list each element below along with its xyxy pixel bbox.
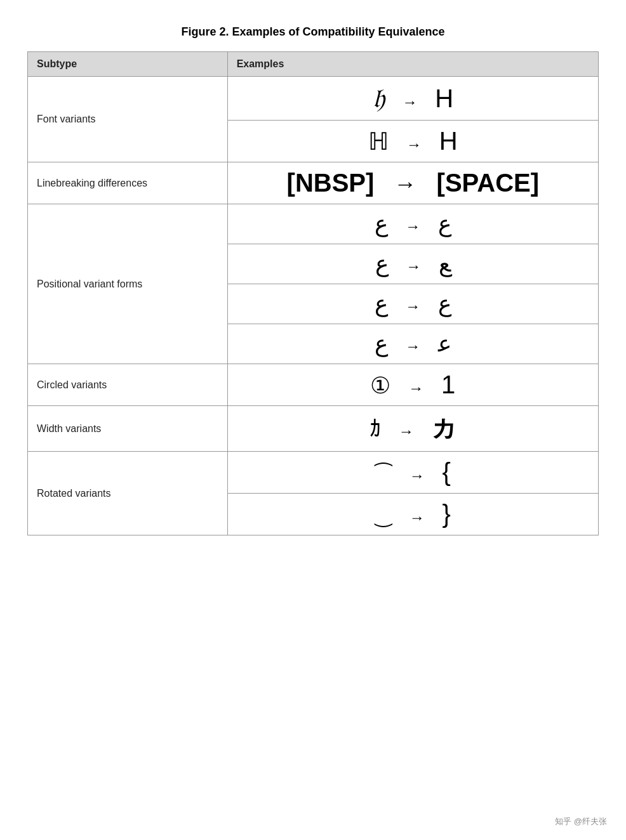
- header-examples: Examples: [227, 52, 598, 77]
- from-char: ع: [438, 211, 451, 237]
- table-row: Positional variant forms ع → ع: [28, 204, 599, 244]
- from-char: ｶ: [370, 416, 381, 442]
- from-char: ﻊ: [439, 251, 451, 277]
- from-char: ﻋ: [438, 331, 451, 357]
- table-row: Font variants 𝔥 → H: [28, 77, 599, 121]
- figure-title: Figure 2. Examples of Compatibility Equi…: [27, 25, 599, 39]
- to-char: ع: [375, 291, 388, 317]
- arrow-icon: →: [402, 93, 417, 110]
- to-char: }: [442, 500, 450, 528]
- table-header-row: Subtype Examples: [28, 52, 599, 77]
- arrow-icon: →: [408, 379, 423, 397]
- compatibility-table: Subtype Examples Font variants 𝔥 → H ℍ →…: [27, 51, 599, 535]
- example-positional-1: ع → ع: [227, 204, 598, 244]
- from-char: ‿: [375, 504, 392, 527]
- arrow-icon: →: [394, 171, 416, 197]
- from-char: ℍ: [368, 128, 389, 155]
- arrow-icon: →: [410, 467, 425, 484]
- example-positional-2: ﻊ → ع: [227, 244, 598, 284]
- example-circled: ① → 1: [227, 364, 598, 406]
- from-char: [NBSP]: [287, 169, 375, 197]
- subtype-positional: Positional variant forms: [28, 204, 228, 364]
- example-font-fraktur: 𝔥 → H: [227, 77, 598, 121]
- example-rotated-1: ⁀ → {: [227, 452, 598, 494]
- from-char: ⁀: [375, 463, 392, 485]
- to-char: H: [435, 84, 453, 112]
- subtype-rotated: Rotated variants: [28, 452, 228, 535]
- arrow-icon: →: [406, 136, 422, 153]
- example-width: ｶ → カ: [227, 406, 598, 452]
- subtype-width: Width variants: [28, 406, 228, 452]
- subtype-circled: Circled variants: [28, 364, 228, 406]
- page-container: Figure 2. Examples of Compatibility Equi…: [27, 25, 599, 535]
- example-font-doublestruck: ℍ → H: [227, 121, 598, 162]
- table-row: Rotated variants ⁀ → {: [28, 452, 599, 494]
- example-linebreaking: [NBSP] → [SPACE]: [227, 162, 598, 204]
- arrow-icon: →: [405, 338, 420, 355]
- table-row: Width variants ｶ → カ: [28, 406, 599, 452]
- to-char: {: [442, 458, 450, 486]
- table-row: Linebreaking differences [NBSP] → [SPACE…: [28, 162, 599, 204]
- arrow-icon: →: [405, 218, 420, 235]
- from-char: ①: [370, 372, 390, 398]
- to-char: 1: [441, 371, 455, 398]
- arrow-icon: →: [406, 258, 421, 275]
- example-positional-4: ﻋ → ع: [227, 324, 598, 364]
- to-char: [SPACE]: [437, 169, 539, 197]
- to-char: カ: [432, 415, 456, 442]
- from-char: ﻉ: [438, 291, 451, 317]
- table-row: Circled variants ① → 1: [28, 364, 599, 406]
- to-char: ع: [375, 331, 388, 357]
- to-char: H: [439, 127, 458, 155]
- to-char: ع: [375, 211, 388, 237]
- watermark: 知乎 @纤夫张: [555, 816, 607, 827]
- arrow-icon: →: [399, 423, 414, 440]
- arrow-icon: →: [405, 298, 420, 315]
- arrow-icon: →: [410, 509, 425, 526]
- example-positional-3: ﻉ → ع: [227, 284, 598, 324]
- header-subtype: Subtype: [28, 52, 228, 77]
- to-char: ع: [375, 251, 389, 277]
- from-char: 𝔥: [373, 84, 385, 113]
- example-rotated-2: ‿ → }: [227, 494, 598, 535]
- subtype-linebreaking: Linebreaking differences: [28, 162, 228, 204]
- subtype-font-variants: Font variants: [28, 77, 228, 162]
